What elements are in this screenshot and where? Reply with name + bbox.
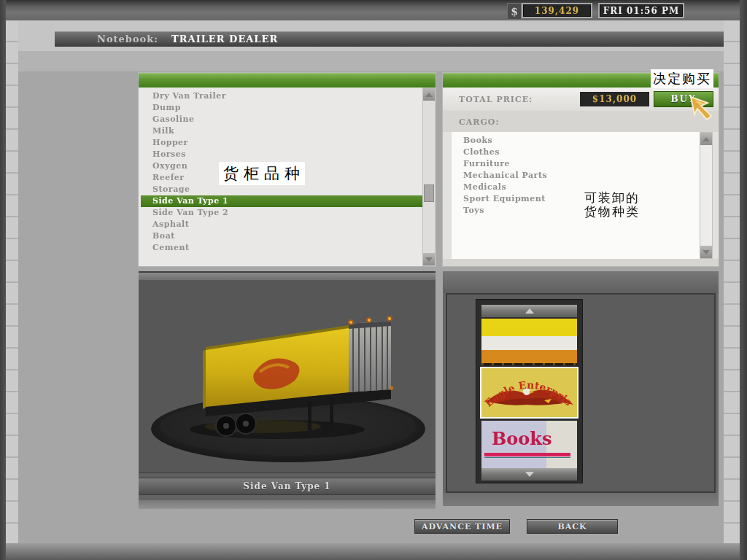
trailer-3d-render <box>139 280 436 472</box>
list-item[interactable]: Horses <box>141 149 423 160</box>
scroll-up-icon[interactable] <box>423 88 435 101</box>
annotation-cargo-line1: 可装卸的 <box>584 191 640 205</box>
page-top-band <box>6 51 741 71</box>
page-title: TRAILER DEALER <box>171 34 278 44</box>
skin-thumbnail-eagle-selected[interactable]: Eagle Enterprises <box>480 367 578 419</box>
list-item[interactable]: Storage <box>141 184 423 195</box>
scroll-down-icon[interactable] <box>700 246 712 258</box>
annotation-cargo-line2: 货物种类 <box>584 205 640 219</box>
total-price-label: TOTAL PRICE: <box>459 95 533 104</box>
skin-panel-bottom <box>443 493 719 506</box>
annotation-buy: 决定购买 <box>651 69 713 88</box>
cargo-list: BooksClothesFurnitureMechanical PartsMed… <box>452 135 692 217</box>
cargo-strip: CARGO: <box>443 111 719 132</box>
cursor-icon <box>689 95 724 127</box>
skin-label-books: Books <box>492 428 551 449</box>
preview-panel: Side Van Type 1 <box>139 271 436 509</box>
purchase-panel-footer <box>443 259 719 266</box>
cargo-scrollbar[interactable] <box>700 132 713 259</box>
skin-panel-top <box>443 271 719 293</box>
datetime-display: FRI 01:56 PM <box>598 3 684 18</box>
bottom-chrome-strip <box>6 543 741 560</box>
list-item[interactable]: Gasoline <box>141 114 423 125</box>
list-item[interactable]: Books <box>452 135 692 147</box>
scrollbar-thumb[interactable] <box>424 184 434 202</box>
annotation-cargo: 可装卸的 货物种类 <box>584 191 640 219</box>
skin-thumbnail-stripes[interactable] <box>481 319 577 365</box>
divider-bar <box>139 500 436 509</box>
annotation-trailer-types: 货柜品种 <box>219 162 305 185</box>
left-chrome-edge <box>0 0 6 560</box>
notebook-label: Notebook: <box>97 34 158 44</box>
skin-scroll-up-icon[interactable] <box>481 305 577 317</box>
notebook-title-bar: Notebook: TRAILER DEALER <box>55 31 727 47</box>
left-ruled-margin <box>6 20 18 543</box>
list-item[interactable]: Clothes <box>452 147 692 158</box>
right-ruled-margin <box>724 20 741 543</box>
purchase-panel: TOTAL PRICE: $13,000 BUY CARGO: BooksClo… <box>443 73 719 266</box>
scroll-up-icon[interactable] <box>700 133 712 145</box>
list-item[interactable]: Sport Equipment <box>452 193 692 205</box>
divider-bar <box>139 472 436 478</box>
skin-panel: Eagle Enterprises Books <box>443 271 719 506</box>
advance-time-button[interactable]: ADVANCE TIME <box>414 519 510 534</box>
list-item[interactable]: Side Van Type 1 <box>141 195 423 207</box>
total-price-value: $13,000 <box>580 92 649 106</box>
trailer-list-scrollbar[interactable] <box>422 88 436 266</box>
right-chrome-edge <box>740 0 747 560</box>
skin-thumbnail-books[interactable]: Books <box>481 421 577 468</box>
skin-selector: Eagle Enterprises Books <box>476 299 583 483</box>
divider-bar <box>139 273 436 280</box>
scroll-down-icon[interactable] <box>423 253 435 265</box>
trailer-list-header <box>139 73 436 88</box>
divider-bar <box>139 494 436 500</box>
list-item[interactable]: Toys <box>452 205 692 217</box>
cargo-list-box: BooksClothesFurnitureMechanical PartsMed… <box>452 132 713 259</box>
list-item[interactable]: Side Van Type 2 <box>141 207 423 219</box>
list-item[interactable]: Medicals <box>452 182 692 193</box>
list-item[interactable]: Cement <box>141 242 423 254</box>
list-item[interactable]: Hopper <box>141 137 423 149</box>
back-button[interactable]: BACK <box>527 519 618 534</box>
cargo-label: CARGO: <box>459 117 499 127</box>
price-row: TOTAL PRICE: $13,000 BUY <box>443 88 719 111</box>
list-item[interactable]: Asphalt <box>141 219 423 230</box>
money-icon[interactable]: $ <box>507 3 522 20</box>
list-item[interactable]: Boat <box>141 230 423 242</box>
money-display: 139,429 <box>522 3 592 18</box>
list-item[interactable]: Dump <box>141 102 423 114</box>
skin-scroll-down-icon[interactable] <box>481 468 577 481</box>
list-item[interactable]: Mechanical Parts <box>452 170 692 182</box>
trailer-dealer-screen: $ 139,429 FRI 01:56 PM Notebook: TRAILER… <box>0 0 747 560</box>
list-item[interactable]: Dry Van Trailer <box>141 90 423 102</box>
preview-caption: Side Van Type 1 <box>139 478 436 494</box>
list-item[interactable]: Furniture <box>452 158 692 170</box>
trailer-3d-viewport[interactable] <box>139 280 436 472</box>
list-item[interactable]: Milk <box>141 125 423 137</box>
